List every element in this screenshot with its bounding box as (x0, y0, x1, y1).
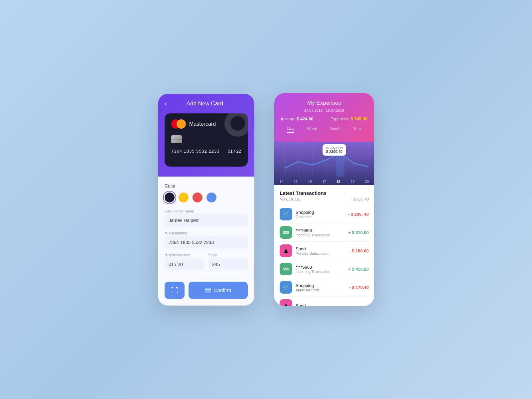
x-label-18: 18 (336, 180, 340, 184)
mastercard-logo (171, 119, 186, 129)
svg-rect-9 (205, 289, 211, 290)
income-section: Income: $ 424.00 (281, 116, 314, 122)
trans-name: ****5863 (296, 265, 348, 270)
transactions-date-row: Mon, 18 July - $ 205. 40 (280, 197, 369, 201)
chart-x-labels: 14 15 16 17 18 19 20 (274, 180, 374, 184)
trans-amount: - $ 205. 40 (348, 212, 369, 217)
scan-icon (171, 286, 179, 294)
trans-icon-incoming2: $$$ (280, 263, 292, 275)
expiry-label: *Expiration date (165, 253, 204, 257)
expiry-group: *Expiration date (165, 253, 204, 270)
color-red[interactable] (193, 193, 202, 202)
x-label-15: 15 (294, 180, 298, 184)
x-label-20: 20 (365, 180, 369, 184)
trans-total: - $ 205. 40 (351, 197, 369, 201)
trans-name: Shopping (296, 210, 348, 215)
tab-day[interactable]: Day (287, 126, 294, 133)
income-label: Income: (281, 117, 295, 121)
card-number-display: 7364 1835 5532 2233 (171, 149, 220, 154)
trans-sub: Incoming Transaction (296, 270, 348, 274)
chart-tooltip: 18 July 2019 $ 2300.40 (323, 144, 346, 156)
back-button[interactable]: ‹ (165, 100, 167, 107)
tooltip-value: $ 2300.40 (326, 150, 343, 154)
trans-info-sport1: Sport Monthly Subscription (296, 246, 349, 255)
color-black[interactable] (165, 193, 175, 202)
card-brand-name: Mastercard (189, 121, 216, 127)
svg-rect-8 (205, 288, 211, 293)
trans-amount: + $ 310.00 (348, 230, 369, 235)
trans-sub: Groceries (296, 215, 348, 219)
card-chip (171, 135, 182, 143)
add-card-panel: ‹ Add New Card Mastercard 7364 1835 5532… (158, 94, 254, 306)
color-section: Color (165, 183, 248, 202)
expenses-panel: My Expenses 17.07.2019 - 18.07.2019 Inco… (274, 93, 374, 306)
card-form-body: Color Card holder name *Card number *Exp… (158, 177, 254, 306)
trans-icon-sport2: ♟ (280, 299, 292, 306)
color-blue[interactable] (206, 193, 216, 202)
holder-name-label: Card holder name (165, 209, 248, 213)
transaction-item: $$$ ****5863 Incoming Transaction + $ 45… (280, 260, 369, 278)
cvv-input[interactable] (208, 258, 248, 270)
income-value: $ 424.00 (297, 116, 314, 121)
transaction-item: 🛒 Shopping Groceries - $ 205. 40 (280, 205, 369, 223)
tab-year[interactable]: Year (353, 126, 361, 133)
holder-name-group: Card holder name (165, 209, 248, 226)
transaction-item: $$$ ****5863 Incoming Transaction + $ 31… (280, 223, 369, 242)
confirm-button[interactable]: Confirm (189, 282, 248, 299)
card-number-input[interactable] (165, 236, 248, 248)
trans-amount: + $ 450.20 (348, 267, 369, 272)
transactions-title: Latest Transactions (280, 190, 369, 196)
expense-label: Expences: (331, 117, 349, 121)
date-range: 17.07.2019 - 18.07.2019 (281, 108, 367, 112)
trans-sub: Monthly Subscription (296, 251, 349, 255)
income-expense-row: Income: $ 424.00 Expences: $ 745.00 (281, 116, 367, 122)
card-header: ‹ Add New Card Mastercard 7364 1835 5532… (158, 94, 254, 177)
trans-info-incoming2: ****5863 Incoming Transaction (296, 265, 348, 274)
trans-name: Sport (296, 246, 349, 251)
tab-week[interactable]: Week (307, 126, 317, 133)
card-expiry-display: 01 / 22 (228, 149, 241, 154)
trans-icon-incoming1: $$$ (280, 226, 292, 239)
color-yellow[interactable] (179, 193, 189, 202)
x-label-19: 19 (351, 180, 354, 184)
holder-name-input[interactable] (165, 214, 248, 226)
expiry-input[interactable] (165, 258, 204, 270)
trans-amount: - $ 170.40 (349, 285, 369, 290)
header-nav: ‹ Add New Card (165, 100, 248, 107)
trans-info-incoming1: ****5863 Incoming Transaction (296, 228, 348, 237)
trans-sub: Apple Air Pods (296, 288, 349, 292)
expiry-cvv-row: *Expiration date *CVV (165, 253, 248, 275)
trans-amount: - $ 160.00 (349, 248, 369, 253)
transactions-section: Latest Transactions Mon, 18 July - $ 205… (274, 185, 374, 306)
card-number-label: *Card number (165, 231, 248, 235)
mc-circle-yellow (177, 119, 186, 129)
x-label-17: 17 (322, 180, 326, 184)
color-options (165, 193, 248, 202)
svg-rect-7 (177, 292, 178, 293)
x-label-16: 16 (308, 180, 312, 184)
trans-icon-shopping1: 🛒 (280, 208, 292, 220)
card-number-group: *Card number (165, 231, 248, 248)
trans-sub: Incoming Transaction (296, 233, 348, 237)
expense-section: Expences: $ 745.00 (331, 116, 367, 122)
confirm-label: Confirm (214, 287, 231, 293)
trans-amount: ... (365, 303, 369, 306)
trans-icon-sport1: ♟ (280, 244, 292, 257)
cvv-label: *CVV (208, 253, 248, 257)
scan-button[interactable] (165, 282, 185, 299)
transaction-item: 🛒 Shopping Apple Air Pods - $ 170.40 (280, 278, 369, 297)
expenses-title: My Expenses (281, 100, 367, 106)
trans-info-shopping1: Shopping Groceries (296, 210, 348, 219)
card-icon (205, 288, 211, 293)
action-buttons: Confirm (165, 282, 248, 299)
svg-rect-3 (177, 287, 178, 289)
card-number-row: 7364 1835 5532 2233 01 / 22 (171, 149, 241, 154)
period-tabs: Day Week Month Year (281, 126, 367, 133)
svg-rect-5 (172, 292, 172, 293)
trans-date: Mon, 18 July (280, 197, 300, 201)
transaction-item: ♟ Sport Monthly Subscription - $ 160.00 (280, 242, 369, 260)
x-label-14: 14 (280, 180, 283, 184)
tooltip-date: 18 July 2019 (326, 146, 343, 150)
transaction-item: ♟ Sport ... (280, 297, 369, 306)
tab-month[interactable]: Month (330, 126, 340, 133)
